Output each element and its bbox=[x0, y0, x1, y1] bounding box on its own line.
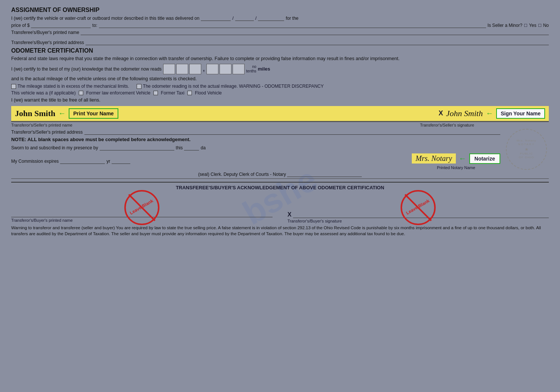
sign-name-area: X John Smith ← Sign Your Name bbox=[280, 108, 545, 119]
assignment-title: ASSIGNMENT OF OWNERSHIP bbox=[11, 7, 549, 13]
notarize-arrow: ← bbox=[459, 154, 466, 163]
date-field-month[interactable] bbox=[201, 15, 231, 21]
sign-your-name-label: Sign Your Name bbox=[496, 108, 545, 119]
notary-notarize-area: Mrs. Notary ← Notarize Printed Notary Na… bbox=[412, 152, 500, 170]
flood-vehicle-label: Flood Vehicle bbox=[195, 90, 222, 96]
vehicle-type-row: This vehicle was a (if applicable) Forme… bbox=[11, 90, 549, 96]
certify-row: I (we) certify the vehicle or water-craf… bbox=[11, 15, 549, 21]
buyer-signature-field: X Transferor's/Buyer's signature Leave B… bbox=[287, 193, 549, 223]
seller-address-row: Transferor's/Seller's printed address bbox=[11, 129, 500, 135]
odo-box-3[interactable] bbox=[189, 64, 201, 74]
price-field[interactable] bbox=[31, 22, 91, 28]
seller-address-label: Transferor's/Seller's printed address bbox=[11, 130, 83, 135]
notary-stamp-container: Mrs. Notary NOTARY ★ PUBLIC OF OHIO bbox=[504, 129, 549, 170]
print-name-arrow: ← bbox=[58, 109, 66, 118]
odometer-discrepancy-text: The odometer reading is not the actual m… bbox=[143, 84, 324, 89]
certify-reads-label: I (we) certify to the best of my (our) k… bbox=[11, 66, 162, 72]
this-date-field[interactable] bbox=[184, 144, 199, 150]
notary-stamp: Mrs. Notary NOTARY ★ PUBLIC OF OHIO bbox=[506, 129, 547, 170]
price-label: price of $ bbox=[11, 23, 29, 28]
no-label: No bbox=[543, 23, 549, 28]
actual-mileage-text: and is the actual mileage of the vehicle… bbox=[11, 76, 549, 83]
print-name-area: John Smith ← Print Your Name bbox=[15, 108, 280, 119]
odo-box-5[interactable] bbox=[220, 64, 231, 74]
date-field-day[interactable] bbox=[235, 15, 254, 21]
for-the-label: for the bbox=[286, 16, 298, 21]
transferee-name-field[interactable] bbox=[81, 29, 549, 35]
document: bshe ASSIGNMENT OF OWNERSHIP I (we) cert… bbox=[0, 0, 560, 392]
leave-blank-circle-1: Leave Blank bbox=[123, 189, 161, 226]
sworn-text: Sworn to and subscribed in my presence b… bbox=[11, 145, 98, 150]
notary-left: Transferor's/Seller's printed address NO… bbox=[11, 129, 500, 170]
buyer-ack-title: TRANSFEREE'S/BUYER'S ACKNOWLEDGEMENT OF … bbox=[11, 185, 549, 190]
sign-x-prefix: X bbox=[439, 109, 443, 117]
odo-box-1[interactable] bbox=[163, 64, 175, 74]
checkbox-item-2: The odometer reading is not the actual m… bbox=[137, 84, 324, 89]
commission-field[interactable] bbox=[60, 158, 105, 164]
this-text: this bbox=[176, 145, 183, 150]
section-divider bbox=[11, 178, 549, 179]
seal-row: (seal) Clerk. Deputy Clerk of Courts - N… bbox=[11, 171, 549, 177]
notary-name-notarize-row: My Commission expires yr Mrs. Notary ← N… bbox=[11, 152, 500, 170]
transferee-address-row: Transferee's/Buyer's printed address bbox=[11, 39, 549, 45]
odo-box-4[interactable] bbox=[206, 64, 218, 74]
warning-text: Warning to transferor and transferee (se… bbox=[11, 225, 549, 237]
odometer-read-row: I (we) certify to the best of my (our) k… bbox=[11, 64, 549, 74]
comma-separator: , bbox=[202, 66, 205, 72]
print-your-name-label: Print Your Name bbox=[69, 108, 118, 119]
yes-checkbox[interactable]: ☐ bbox=[524, 23, 528, 28]
yr-field[interactable] bbox=[112, 158, 130, 164]
notary-name-left: My Commission expires yr bbox=[11, 157, 408, 165]
flood-vehicle-checkbox[interactable] bbox=[187, 91, 192, 95]
yes-label: Yes bbox=[529, 23, 536, 28]
notary-highlight-row: Mrs. Notary ← Notarize bbox=[412, 153, 500, 164]
signature-field-label: Transferor's/Seller's signature bbox=[420, 123, 474, 127]
to-field[interactable] bbox=[99, 22, 486, 28]
former-taxi-checkbox[interactable] bbox=[153, 91, 158, 95]
price-row: price of $ to: Is Seller a Minor? ☐ Yes … bbox=[11, 22, 549, 28]
transferee-name-row: Transferee's/Buyer's printed name bbox=[11, 29, 549, 35]
seal-text: (seal) Clerk. Deputy Clerk of Courts - N… bbox=[198, 172, 286, 177]
commission-text: My Commission expires bbox=[11, 159, 59, 164]
to-label: to: bbox=[92, 23, 97, 28]
odometer-title: ODOMETER CERTIFICATION bbox=[11, 47, 549, 54]
former-law-checkbox[interactable] bbox=[79, 91, 83, 95]
doc-content: ASSIGNMENT OF OWNERSHIP I (we) certify t… bbox=[11, 7, 549, 237]
buyer-printed-name-field: Transferor's/Buyer's printed name Leave … bbox=[11, 193, 273, 223]
transferee-name-label: Transferee's/Buyer's printed name bbox=[11, 30, 79, 35]
odometer-section: ODOMETER CERTIFICATION Federal and state… bbox=[11, 47, 549, 104]
odo-box-2[interactable] bbox=[176, 64, 188, 74]
seller-highlight-row: John Smith ← Print Your Name X John Smit… bbox=[11, 106, 549, 122]
vehicle-was-label: This vehicle was a (if applicable) bbox=[11, 90, 76, 96]
transferee-address-field[interactable] bbox=[85, 39, 549, 45]
seller-signature: John Smith bbox=[446, 109, 483, 118]
day-text: da bbox=[200, 145, 205, 150]
mileage-excess-text: The mileage stated is in excess of the m… bbox=[18, 84, 129, 89]
printed-name-field-label: Transferor's/Seller's printed name bbox=[11, 123, 72, 127]
seller-address-field[interactable] bbox=[84, 129, 500, 135]
notary-stamp-state: OF OHIO bbox=[519, 156, 534, 159]
odo-box-6[interactable] bbox=[233, 64, 245, 74]
svg-text:Leave Blank: Leave Blank bbox=[405, 198, 430, 215]
miles-label: miles bbox=[258, 66, 270, 72]
notary-stamp-name: Mrs. Notary bbox=[517, 139, 536, 143]
buyer-fields-row: Transferor's/Buyer's printed name Leave … bbox=[11, 193, 549, 223]
buyer-acknowledgement-section: TRANSFEREE'S/BUYER'S ACKNOWLEDGEMENT OF … bbox=[11, 182, 549, 237]
printed-notary-label: Printed Notary Name bbox=[437, 165, 475, 170]
seal-field[interactable] bbox=[287, 171, 362, 177]
notary-name-display: Mrs. Notary bbox=[412, 153, 456, 164]
odometer-para1: Federal and state laws require that you … bbox=[11, 56, 549, 62]
date-field-year[interactable] bbox=[258, 15, 284, 21]
sworn-by-field[interactable] bbox=[100, 144, 174, 150]
notary-stamp-public: PUBLIC bbox=[520, 152, 533, 156]
sign-name-arrow: ← bbox=[486, 109, 493, 118]
seller-printed-name: John Smith bbox=[15, 109, 55, 118]
notary-stamp-notary: NOTARY bbox=[518, 143, 535, 146]
mileage-excess-checkbox[interactable] bbox=[11, 84, 16, 89]
odometer-boxes: , bbox=[163, 64, 245, 74]
no-checkbox[interactable]: ☐ bbox=[538, 23, 542, 28]
warrant-text: I (we) warrant the title to be free of a… bbox=[11, 97, 549, 104]
odometer-discrepancy-checkbox[interactable] bbox=[137, 84, 141, 89]
checkbox-row: The mileage stated is in excess of the m… bbox=[11, 84, 549, 89]
commission-row: My Commission expires yr bbox=[11, 158, 408, 164]
